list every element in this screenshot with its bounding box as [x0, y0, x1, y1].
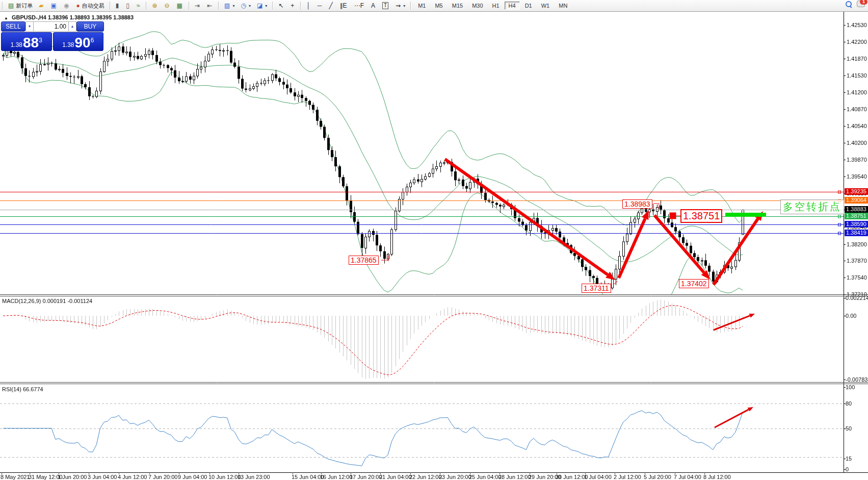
buy-price-display[interactable]: 1.38906: [53, 32, 104, 51]
toolbar-items: ▤新订单▰▣◉●自动交易▮▯≈⊕⊖▦⇥⇤▧▾◷▾◪▾↖+│─╱∥E⋯FAT⇝▾: [5, 1, 408, 11]
horizontal-line-icon: ─: [318, 3, 322, 9]
market-window-button[interactable]: ▣: [48, 1, 60, 11]
chart-shift-button[interactable]: ⇤: [204, 1, 216, 11]
bar-chart-button[interactable]: ▮: [113, 1, 123, 11]
fibonacci-icon: ⋯F: [354, 3, 364, 9]
search-icon[interactable]: [846, 1, 852, 7]
timeframe-mn[interactable]: MN: [555, 2, 571, 10]
crosshair-icon: +: [291, 3, 294, 9]
templates-button[interactable]: ◪▾: [254, 1, 270, 11]
market-window-icon: ▣: [51, 3, 57, 9]
new-chart-button[interactable]: ▧▾: [222, 1, 237, 11]
candlestick-chart-button[interactable]: ▯: [123, 1, 133, 11]
rsi-tick: 50: [846, 425, 852, 432]
timeframe-w1[interactable]: W1: [537, 2, 554, 10]
cursor-button[interactable]: ↖: [276, 1, 287, 11]
price-tick: 1.40200: [847, 140, 867, 146]
buy-button[interactable]: BUY: [76, 21, 104, 32]
date-tick: 9 Jun 04:00: [178, 474, 207, 480]
date-tick: 17 Jun 20:00: [350, 474, 382, 480]
timeframe-h1[interactable]: H1: [488, 2, 504, 10]
text-label-button[interactable]: T: [380, 1, 392, 11]
timeframe-m30[interactable]: M30: [468, 2, 487, 10]
chevron-down-icon[interactable]: ▾: [403, 4, 405, 8]
date-tick: 1 Jun 20:00: [58, 474, 87, 480]
rsi-tick: 0: [846, 466, 849, 472]
tile-windows-button[interactable]: ▦: [174, 1, 186, 11]
date-tick: 1 Jul 04:00: [584, 474, 612, 480]
sell-button[interactable]: SELL: [1, 21, 25, 32]
chart-canvas[interactable]: [0, 0, 868, 480]
arrows-tool-button[interactable]: ⇝▾: [393, 1, 408, 11]
volume-increase-button[interactable]: ▲: [68, 21, 76, 32]
price-tick: 1.37540: [847, 274, 867, 281]
toolbar-separator: [218, 2, 219, 10]
line-chart-button[interactable]: ≈: [134, 1, 144, 11]
horizontal-line-button[interactable]: ─: [315, 1, 326, 11]
chart-title-text: GBPUSD-,H4 1.38396 1.38893 1.38395 1.388…: [12, 14, 134, 20]
text-button[interactable]: A: [369, 1, 379, 11]
date-tick: 3 Jun 04:00: [88, 474, 117, 480]
price-tick: 1.40870: [847, 106, 867, 112]
vertical-line-icon: │: [306, 3, 310, 9]
price-tick: 1.41530: [847, 72, 867, 79]
notification-badge: 1: [860, 0, 867, 5]
new-order-icon: ▤: [8, 3, 14, 9]
zoom-in-button[interactable]: ⊕: [149, 1, 161, 11]
price-annotation-137311[interactable]: 1.37311: [582, 284, 611, 293]
collapse-triangle-icon[interactable]: ▲: [4, 16, 8, 20]
timeframe-m5[interactable]: M5: [431, 2, 446, 10]
equidistant-channel-button[interactable]: ∥E: [337, 1, 351, 11]
new-order-button[interactable]: ▤新订单: [6, 1, 35, 11]
trendline-button[interactable]: ╱: [326, 1, 336, 11]
tile-windows-icon: ▦: [177, 3, 182, 9]
price-tag: 1.38419: [845, 230, 868, 236]
new-chart-icon: ▧: [224, 3, 230, 9]
timeframe-h4[interactable]: H4: [505, 2, 520, 10]
price-tick: 1.41200: [847, 89, 867, 95]
notifications-icon[interactable]: 1: [857, 1, 865, 7]
timeframe-m1[interactable]: M1: [414, 2, 430, 10]
fibonacci-button[interactable]: ⋯F: [352, 1, 367, 11]
chevron-down-icon[interactable]: ▾: [265, 4, 267, 8]
autotrading-button[interactable]: ●自动交易: [73, 1, 107, 11]
periods-icon: ◷: [241, 3, 246, 9]
volume-input[interactable]: [34, 21, 68, 32]
volume-decrease-button[interactable]: ▼: [25, 21, 34, 32]
date-tick: 15 Jun 04:00: [292, 474, 324, 480]
timeframe-d1[interactable]: D1: [521, 2, 536, 10]
rsi-tick: 15: [846, 456, 852, 462]
timeframe-m15[interactable]: M15: [448, 2, 467, 10]
crosshair-button[interactable]: +: [288, 1, 298, 11]
price-tick: 1.38200: [847, 241, 867, 247]
price-annotation-137402[interactable]: 1.37402: [679, 279, 709, 288]
auto-scroll-icon: ⇥: [195, 3, 200, 9]
highlighter-tool-button[interactable]: ▰: [36, 1, 47, 11]
price-annotation-138983[interactable]: 1.38983: [622, 199, 652, 209]
signals-button[interactable]: ◉: [61, 1, 72, 11]
sell-price-display[interactable]: 1.38883: [1, 32, 52, 51]
equidistant-channel-icon: ∥E: [340, 3, 347, 9]
price-annotation-137865[interactable]: 1.37865: [349, 256, 379, 265]
one-click-trading-panel: SELL ▼ ▲ BUY 1.38883 1.38906: [1, 21, 103, 51]
price-tick: 1.42200: [847, 39, 867, 45]
auto-scroll-button[interactable]: ⇥: [192, 1, 203, 11]
macd-tick: -0.007831: [846, 376, 868, 383]
date-tick: 8 Jul 12:00: [703, 474, 731, 480]
chevron-down-icon[interactable]: ▾: [249, 4, 251, 8]
date-tick: 16 Jun 12:00: [320, 474, 353, 480]
turning-point-note[interactable]: 多空转折点: [780, 199, 844, 214]
vertical-line-button[interactable]: │: [304, 1, 314, 11]
timeframe-buttons: M1M5M15M30H1H4D1W1MN: [413, 2, 572, 10]
price-annotation-138751[interactable]: 1.38751: [680, 209, 722, 223]
price-tick: 1.39540: [847, 173, 867, 180]
toolbar: ▤新订单▰▣◉●自动交易▮▯≈⊕⊖▦⇥⇤▧▾◷▾◪▾↖+│─╱∥E⋯FAT⇝▾ …: [0, 0, 868, 12]
date-tick: 23 Jun 20:00: [439, 474, 471, 480]
periods-button[interactable]: ◷▾: [238, 1, 253, 11]
zoom-out-button[interactable]: ⊖: [162, 1, 173, 11]
chevron-down-icon[interactable]: ▾: [232, 4, 234, 8]
zoom-in-icon: ⊕: [152, 3, 157, 9]
text-icon: A: [371, 3, 375, 9]
price-tick: 1.41870: [847, 56, 867, 62]
price-tag: 1.38590: [845, 221, 868, 228]
